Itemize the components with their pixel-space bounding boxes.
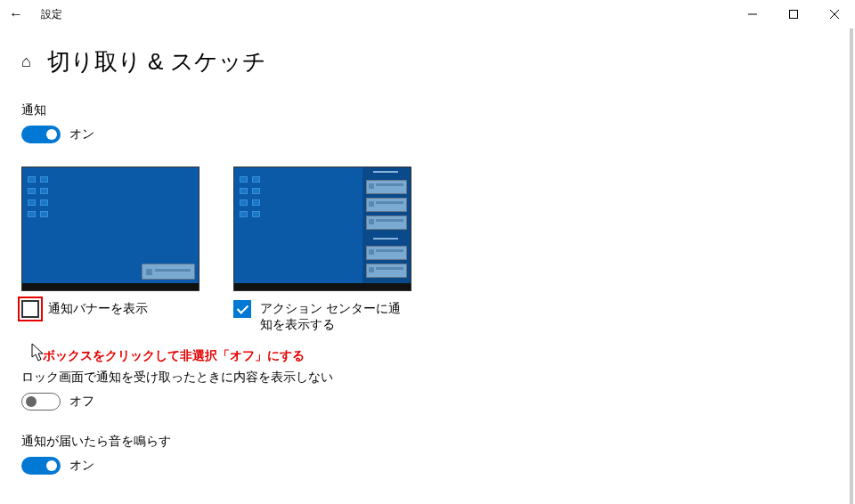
svg-rect-1: [790, 11, 798, 19]
page-title: 切り取り & スケッチ: [47, 46, 266, 77]
close-button[interactable]: [814, 0, 855, 28]
banner-checkbox[interactable]: [21, 300, 39, 318]
action-center-checkbox-label: アクション センターに通知を表示する: [260, 300, 411, 332]
preview-banner: 通知バナーを表示: [21, 167, 200, 332]
preview-banner-image: [21, 167, 200, 291]
sound-toggle[interactable]: [21, 457, 61, 475]
lockscreen-toggle[interactable]: [21, 393, 61, 411]
banner-checkbox-label: 通知バナーを表示: [48, 300, 148, 316]
back-button[interactable]: ←: [9, 6, 23, 22]
maximize-button[interactable]: [773, 0, 814, 28]
annotation-text: ボックスをクリックして非選択「オフ」にする: [43, 348, 834, 364]
notify-section-label: 通知: [21, 102, 834, 118]
home-icon[interactable]: ⌂: [21, 53, 31, 71]
sound-label: 通知が届いたら音を鳴らす: [21, 434, 834, 450]
notify-toggle-state: オン: [69, 126, 94, 142]
minimize-button[interactable]: [732, 0, 773, 28]
titlebar: ← 設定: [0, 0, 855, 28]
scrollbar[interactable]: [850, 28, 853, 504]
lockscreen-label: ロック画面で通知を受け取ったときに内容を表示しない: [21, 370, 834, 386]
lockscreen-toggle-state: オフ: [69, 394, 94, 410]
preview-action-center: アクション センターに通知を表示する: [233, 167, 411, 332]
sound-toggle-state: オン: [69, 458, 94, 474]
window-controls: [732, 0, 855, 28]
notify-toggle[interactable]: [21, 126, 61, 143]
action-center-checkbox[interactable]: [233, 300, 251, 318]
preview-action-center-image: [233, 167, 411, 291]
window-title: 設定: [41, 7, 62, 22]
